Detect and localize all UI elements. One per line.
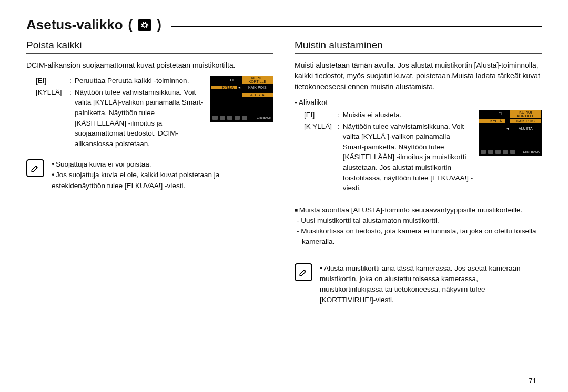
manual-page: Asetus-valikko ( ) Poista kaikki DCIM-al… <box>0 0 568 392</box>
left-intro: DCIM-alikansion suojaamattomat kuvat poi… <box>26 60 273 70</box>
option-key: [EI] <box>304 110 334 120</box>
lcd-arrow-icon: ◄ <box>237 86 242 89</box>
lcd-footer-icon <box>510 150 515 154</box>
left-note-box: Suojattuja kuvia ei voi poistaa. Jos suo… <box>26 159 273 191</box>
paren-close: ) <box>157 17 161 33</box>
list-item: Suojattuja kuvia ei voi poistaa. <box>52 159 273 170</box>
paren-open: ( <box>128 17 133 33</box>
camera-lcd-left: EI KOPIOI KORTILLE KYLLÄ ◄ KAIK POIS ALU… <box>210 76 273 122</box>
lcd-footer-icon <box>235 116 240 120</box>
lcd-footer-icon <box>488 150 493 154</box>
list-item: Alusta muistikortti aina tässä kamerassa… <box>320 263 542 306</box>
two-column-layout: Poista kaikki DCIM-alikansion suojaamatt… <box>26 39 542 306</box>
option-val: Näyttöön tulee vahvistamisikkuna. Voit v… <box>75 87 205 149</box>
pencil-note-icon <box>295 263 312 281</box>
list-item: Jos suojattuja kuvia ei ole, kaikki kuva… <box>52 170 273 191</box>
lcd-footer-icon <box>503 150 508 154</box>
lcd-arrow-icon: ◄ <box>505 127 510 130</box>
option-val: Muistia ei alusteta. <box>343 110 473 120</box>
left-heading: Poista kaikki <box>26 39 273 51</box>
lcd-right-cell: KAIK POIS <box>242 86 273 89</box>
option-row: [K YLLÄ] : Näyttöön tulee vahvistamisikk… <box>304 121 473 193</box>
option-row: [KYLLÄ] : Näyttöön tulee vahvistamisikku… <box>36 87 205 149</box>
lcd-row: KYLLÄ KAIK POIS <box>479 118 541 125</box>
camera-lcd-right: EI KOPIOI KORTILLE KYLLÄ KAIK POIS ◄ ALU… <box>479 110 542 156</box>
lcd-right-cell: ALUSTA <box>242 93 273 97</box>
lcd-footer: Exit:BACK <box>211 114 273 121</box>
lcd-row: ◄ ALUSTA <box>479 125 541 132</box>
right-rule <box>295 53 542 54</box>
title-rule <box>171 26 542 27</box>
left-options: [EI] : Peruuttaa Peruuta kaikki -toiminn… <box>36 76 205 149</box>
option-val: Näyttöön tulee vahvistamisikkuna. Voit v… <box>343 121 473 193</box>
option-sep: : <box>338 121 340 132</box>
gear-cog-icon <box>138 19 151 31</box>
left-options-block: [EI] : Peruuttaa Peruuta kaikki -toiminn… <box>26 76 273 149</box>
page-number: 71 <box>529 377 536 385</box>
option-key: [EI] <box>36 76 66 86</box>
lcd-left-cell: EI <box>479 112 505 116</box>
option-sep: : <box>338 110 340 120</box>
lcd-footer-icon <box>481 150 486 154</box>
left-note-list: Suojattuja kuvia ei voi poistaa. Jos suo… <box>52 159 273 191</box>
option-sep: : <box>69 87 72 98</box>
lcd-right-cell: KOPIOI KORTILLE <box>242 76 273 84</box>
right-heading: Muistin alustaminen <box>295 39 542 51</box>
lcd-row: EI KOPIOI KORTILLE <box>211 76 273 84</box>
lcd-footer-icon <box>242 116 247 120</box>
lcd-spacer <box>479 132 541 148</box>
lcd-spacer <box>211 98 273 114</box>
pencil-note-icon <box>26 159 44 177</box>
option-val: Peruuttaa Peruuta kaikki -toiminnon. <box>75 76 205 86</box>
lcd-right-cell: KAIK POIS <box>510 119 541 123</box>
right-options-block: - Alivalikot [EI] : Muistia ei alusteta.… <box>295 97 542 193</box>
list-item: Muista suorittaa [ALUSTA]-toiminto seura… <box>295 205 542 215</box>
left-rule <box>26 53 273 54</box>
option-sep: : <box>69 76 72 86</box>
right-column: Muistin alustaminen Muisti alustetaan tä… <box>295 39 542 306</box>
right-note-box: Alusta muistikortti aina tässä kamerassa… <box>295 263 542 306</box>
lcd-right-cell: KOPIOI KORTILLE <box>510 110 541 118</box>
lcd-row: KYLLÄ ◄ KAIK POIS <box>211 84 273 91</box>
page-title-row: Asetus-valikko ( ) <box>26 17 542 33</box>
page-title: Asetus-valikko <box>26 17 123 33</box>
lcd-footer: Exit : BACK <box>479 148 541 156</box>
lcd-footer-text: Exit : BACK <box>523 150 540 153</box>
right-note-list: Alusta muistikortti aina tässä kamerassa… <box>320 263 542 306</box>
lcd-footer-icon <box>220 116 225 120</box>
lcd-left-cell: KYLLÄ <box>479 119 505 123</box>
option-key: [KYLLÄ] <box>36 87 66 98</box>
right-intro: Muisti alustetaan tämän avulla. Jos alus… <box>295 60 542 92</box>
lcd-row: ALUSTA <box>211 91 273 98</box>
right-sublabel: - Alivalikot <box>295 97 473 108</box>
list-item: Muistikortissa on tiedosto, jota kamera … <box>295 226 542 247</box>
lcd-right-cell: ALUSTA <box>510 127 541 130</box>
lcd-footer-icon <box>227 116 232 120</box>
lcd-left-cell: KYLLÄ <box>211 86 237 89</box>
lcd-footer-icon <box>495 150 501 154</box>
right-square-notes: Muista suorittaa [ALUSTA]-toiminto seura… <box>295 205 542 247</box>
option-row: [EI] : Muistia ei alusteta. <box>304 110 473 120</box>
right-options: [EI] : Muistia ei alusteta. [K YLLÄ] : N… <box>304 110 473 193</box>
left-column: Poista kaikki DCIM-alikansion suojaamatt… <box>26 39 273 306</box>
lcd-footer-icon <box>212 116 218 120</box>
list-item: Uusi muistikortti tai alustamaton muisti… <box>295 215 542 226</box>
option-key: [K YLLÄ] <box>304 121 334 132</box>
lcd-row: EI KOPIOI KORTILLE <box>479 110 541 118</box>
lcd-left-cell: EI <box>211 78 237 82</box>
option-row: [EI] : Peruuttaa Peruuta kaikki -toiminn… <box>36 76 205 86</box>
lcd-footer-text: Exit:BACK <box>257 116 271 119</box>
